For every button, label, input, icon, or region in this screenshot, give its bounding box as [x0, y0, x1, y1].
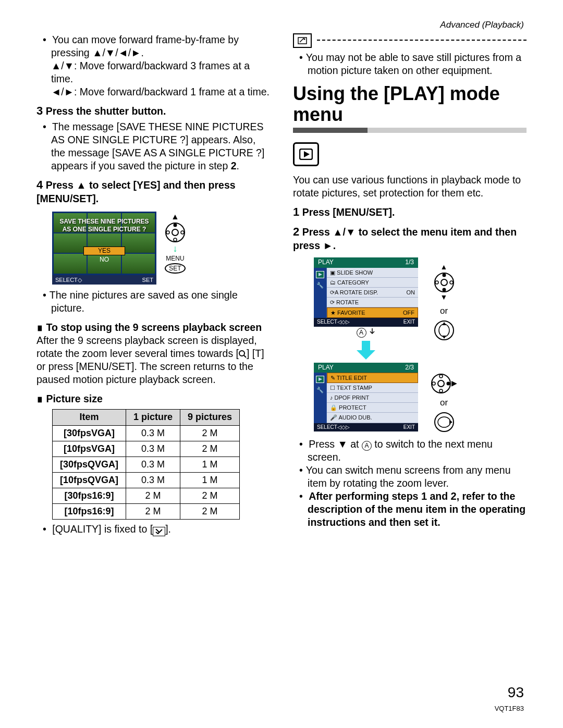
step-2-heading: 2 Press ▲/▼ to select the menu item and … [293, 225, 527, 252]
illustration-save: SAVE THESE NINE PICTURES AS ONE SINGLE P… [52, 212, 270, 285]
lcd-save-dialog: SAVE THESE NINE PICTURES AS ONE SINGLE P… [52, 212, 156, 285]
callout-a: A [357, 328, 366, 338]
svg-point-17 [441, 279, 447, 286]
svg-point-30 [432, 382, 435, 385]
svg-marker-13 [304, 151, 310, 157]
svg-point-20 [435, 281, 438, 284]
svg-point-5 [181, 231, 184, 234]
header-section: Advanced (Playback) [440, 20, 524, 30]
step-3-body: The message [SAVE THESE NINE PICTURES AS… [51, 120, 270, 172]
svg-point-11 [304, 39, 305, 40]
frame-note: You can move forward frame-by-frame by p… [51, 33, 270, 98]
svg-point-28 [439, 375, 443, 378]
svg-point-27 [438, 380, 444, 387]
svg-line-8 [156, 529, 159, 532]
nine-saved-note: The nine pictures are saved as one singl… [51, 289, 270, 315]
table-row: [10fpsVGA]0.3 M2 M [53, 441, 240, 456]
svg-point-3 [174, 238, 177, 241]
quality-standard-icon [153, 527, 165, 536]
press-down-note: Press ▼ at A to switch to the next menu … [308, 438, 527, 464]
svg-point-21 [450, 281, 453, 284]
lcd-play-menu-2: PLAY2/3 ▶🔧 ✎ TITLE EDIT ☐ TEXT STAMP ♪ D… [314, 363, 418, 432]
stop-body: After the 9 screens playback screen is d… [36, 334, 270, 386]
after-steps-note: After performing steps 1 and 2, refer to… [308, 490, 527, 529]
section-title: Using the [PLAY] mode menu [293, 83, 527, 125]
right-column: You may not be able to save still pictur… [293, 33, 527, 536]
svg-line-10 [300, 38, 304, 42]
svg-marker-25 [442, 336, 446, 339]
quality-note: [QUALITY] is fixed to []. [51, 523, 270, 536]
lcd-play-menu-1: PLAY1/3 ▶🔧 ▣ SLIDE SHOW 🗂 CATEGORY ⟳A RO… [314, 257, 418, 327]
set-button-icon: SET [165, 263, 185, 274]
down-arrow-icon [356, 340, 376, 361]
note-icon [293, 33, 312, 48]
step-4-heading: 4 Press ▲ to select [YES] and then press… [36, 178, 270, 205]
play-intro: You can use various functions in playbac… [293, 174, 527, 200]
manual-page: Advanced (Playback) You can move forward… [0, 0, 563, 728]
table-row: [30fpsQVGA]0.3 M1 M [53, 456, 240, 472]
illustration-menu: PLAY1/3 ▶🔧 ▣ SLIDE SHOW 🗂 CATEGORY ⟳A RO… [314, 257, 527, 432]
dpad-icon [434, 272, 455, 293]
svg-point-4 [166, 231, 169, 234]
joystick-icon [434, 412, 455, 433]
table-row: [30fpsVGA]0.3 M2 M [53, 425, 240, 441]
svg-marker-34 [449, 420, 452, 424]
table-row: [10fps16:9]2 M2 M [53, 503, 240, 519]
table-row: [30fps16:9]2 M2 M [53, 488, 240, 503]
svg-point-33 [438, 417, 450, 427]
table-row: [10fpsQVGA]0.3 M1 M [53, 472, 240, 488]
dpad-icon [165, 222, 186, 243]
svg-point-29 [439, 389, 443, 392]
svg-point-31 [447, 381, 450, 385]
svg-marker-15 [357, 341, 375, 360]
svg-marker-24 [442, 322, 446, 325]
svg-rect-9 [298, 38, 307, 44]
document-id: VQT1F83 [495, 705, 524, 712]
play-mode-icon [293, 142, 319, 166]
zoom-switch-note: You can switch menu screens from any men… [308, 464, 527, 490]
svg-point-23 [439, 324, 449, 337]
svg-point-6 [239, 351, 244, 356]
svg-point-18 [442, 274, 446, 277]
compatibility-note: You may not be able to save still pictur… [308, 51, 527, 77]
picture-size-table: Item 1 picture 9 pictures [30fpsVGA]0.3 … [52, 409, 240, 519]
step-1-heading: 1 Press [MENU/SET]. [293, 205, 527, 219]
step-3-heading: 3 Press the shutter button. [36, 104, 270, 118]
stop-heading: ∎ To stop using the 9 screens playback s… [36, 321, 270, 334]
dpad-icon [431, 373, 451, 394]
section-rule [293, 128, 527, 133]
joystick-icon [434, 320, 455, 341]
left-column: You can move forward frame-by-frame by p… [36, 33, 270, 536]
svg-point-1 [172, 229, 178, 236]
svg-point-19 [442, 288, 446, 292]
dashed-divider [317, 40, 527, 41]
page-number: 93 [508, 684, 524, 701]
svg-point-2 [174, 224, 177, 227]
picture-size-heading: ∎ Picture size [36, 392, 270, 405]
svg-line-7 [244, 355, 246, 357]
